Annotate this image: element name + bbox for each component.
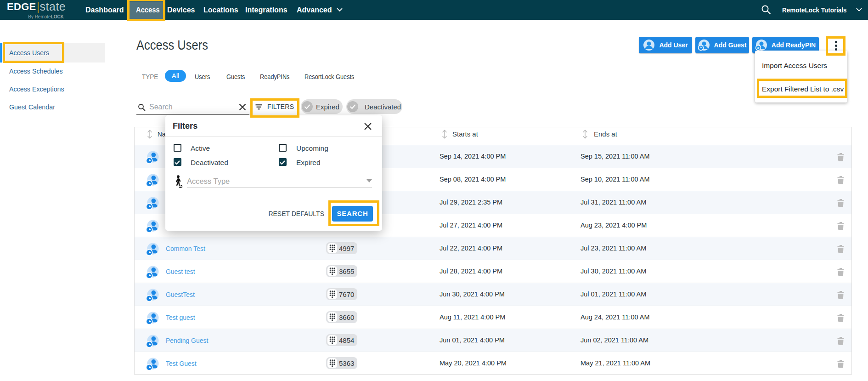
svg-text:#: # [757, 46, 760, 50]
